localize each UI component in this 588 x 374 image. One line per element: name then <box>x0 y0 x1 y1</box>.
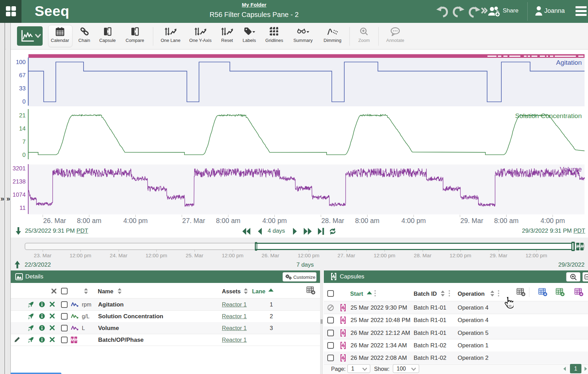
svg-text:4:00 pm: 4:00 pm <box>123 217 148 224</box>
svg-text:8:00 am: 8:00 am <box>355 217 379 224</box>
svg-text:8:00 am: 8:00 am <box>494 217 518 224</box>
svg-text:7: 7 <box>23 139 26 145</box>
svg-text:Agitation: Agitation <box>556 59 582 66</box>
svg-text:3201: 3201 <box>12 165 26 172</box>
svg-text:0: 0 <box>23 98 26 105</box>
svg-text:26. Mar: 26. Mar <box>43 217 67 224</box>
svg-text:14: 14 <box>19 125 26 132</box>
svg-text:21: 21 <box>19 112 26 119</box>
svg-text:33: 33 <box>19 85 26 92</box>
svg-text:11: 11 <box>19 205 26 211</box>
svg-text:4:00 pm: 4:00 pm <box>262 217 287 224</box>
svg-text:4:00 pm: 4:00 pm <box>541 217 565 224</box>
svg-text:Solution Concentration: Solution Concentration <box>515 112 582 119</box>
svg-text:28. Mar: 28. Mar <box>321 217 345 224</box>
svg-text:8:00 am: 8:00 am <box>77 217 101 224</box>
svg-text:0: 0 <box>23 152 26 158</box>
svg-text:29. Mar: 29. Mar <box>460 217 484 224</box>
svg-text:27. Mar: 27. Mar <box>182 217 206 224</box>
svg-text:100: 100 <box>16 59 26 65</box>
svg-text:4:00 pm: 4:00 pm <box>401 217 426 224</box>
svg-text:Volume: Volume <box>560 166 582 173</box>
svg-text:67: 67 <box>19 72 26 79</box>
svg-text:1074: 1074 <box>12 192 26 198</box>
svg-text:2138: 2138 <box>12 178 26 185</box>
svg-text:8:00 am: 8:00 am <box>216 217 240 224</box>
